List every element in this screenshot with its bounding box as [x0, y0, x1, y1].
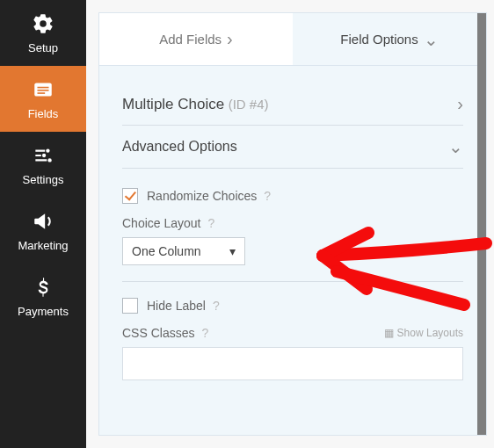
- tab-label: Field Options: [340, 32, 418, 47]
- chevron-right-icon: ›: [457, 94, 463, 114]
- tab-label: Add Fields: [159, 32, 222, 47]
- section-title: Advanced Options: [122, 139, 237, 155]
- label-hide-label: Hide Label: [147, 299, 206, 313]
- sliders-icon: [31, 143, 55, 168]
- grid-icon: ▦: [384, 327, 394, 339]
- sidebar-item-payments[interactable]: Payments: [0, 264, 86, 329]
- sidebar-item-label: Marketing: [18, 239, 68, 252]
- app-root: Setup Fields Settings Marketing Payments: [0, 0, 494, 448]
- svg-rect-3: [38, 92, 46, 94]
- sidebar-item-marketing[interactable]: Marketing: [0, 198, 86, 264]
- tab-add-fields[interactable]: Add Fields ›: [99, 13, 293, 65]
- help-icon[interactable]: ?: [213, 299, 220, 313]
- chevron-down-icon: ⌄: [424, 29, 439, 50]
- checkbox-randomize-choices[interactable]: [122, 188, 138, 204]
- section-multiple-choice[interactable]: Multiple Choice (ID #4) ›: [122, 83, 463, 126]
- row-randomize-choices: Randomize Choices ?: [122, 188, 463, 204]
- form-icon: [31, 77, 55, 102]
- row-css-classes: CSS Classes ? ▦ Show Layouts: [122, 326, 463, 340]
- show-layouts-button[interactable]: ▦ Show Layouts: [384, 327, 463, 339]
- sidebar-item-label: Fields: [28, 107, 59, 120]
- advanced-body: Randomize Choices ? Choice Layout ? One …: [122, 169, 463, 380]
- sidebar-item-label: Payments: [18, 305, 69, 318]
- sidebar: Setup Fields Settings Marketing Payments: [0, 0, 86, 448]
- gear-icon: [31, 11, 55, 36]
- section-advanced-options[interactable]: Advanced Options ⌄: [122, 126, 463, 169]
- sidebar-item-setup[interactable]: Setup: [0, 0, 86, 66]
- label-choice-layout: Choice Layout ?: [122, 216, 463, 230]
- bullhorn-icon: [31, 209, 55, 234]
- divider: [122, 281, 463, 282]
- svg-rect-2: [38, 90, 49, 91]
- svg-rect-1: [38, 87, 49, 89]
- select-value: One Column: [132, 244, 201, 258]
- label-randomize-choices: Randomize Choices: [147, 189, 257, 203]
- caret-down-icon: ▾: [229, 244, 236, 258]
- sidebar-item-label: Settings: [23, 173, 64, 186]
- tabs: Add Fields › Field Options ⌄: [99, 13, 486, 66]
- sidebar-item-settings[interactable]: Settings: [0, 132, 86, 198]
- sidebar-item-label: Setup: [28, 41, 58, 54]
- help-icon[interactable]: ?: [208, 216, 215, 230]
- input-css-classes[interactable]: [122, 347, 463, 380]
- select-choice-layout[interactable]: One Column ▾: [122, 237, 245, 265]
- help-icon[interactable]: ?: [264, 189, 271, 203]
- content: Multiple Choice (ID #4) › Advanced Optio…: [99, 66, 486, 389]
- svg-point-4: [46, 148, 49, 152]
- tab-field-options[interactable]: Field Options ⌄: [293, 13, 486, 65]
- field-id: (ID #4): [229, 97, 269, 112]
- section-title: Multiple Choice: [122, 96, 224, 112]
- chevron-right-icon: ›: [227, 29, 233, 49]
- chevron-down-icon: ⌄: [448, 136, 463, 157]
- row-hide-label: Hide Label ?: [122, 298, 463, 314]
- label-css-classes: CSS Classes ?: [122, 326, 208, 340]
- dollar-icon: [31, 275, 55, 300]
- svg-point-5: [42, 154, 46, 157]
- panel-inner: Add Fields › Field Options ⌄ Multiple Ch…: [98, 12, 487, 436]
- main-panel: Add Fields › Field Options ⌄ Multiple Ch…: [86, 0, 494, 448]
- sidebar-item-fields[interactable]: Fields: [0, 66, 86, 132]
- checkbox-hide-label[interactable]: [122, 298, 138, 314]
- svg-point-6: [47, 158, 51, 162]
- help-icon[interactable]: ?: [201, 326, 208, 340]
- scrollbar[interactable]: [477, 13, 486, 435]
